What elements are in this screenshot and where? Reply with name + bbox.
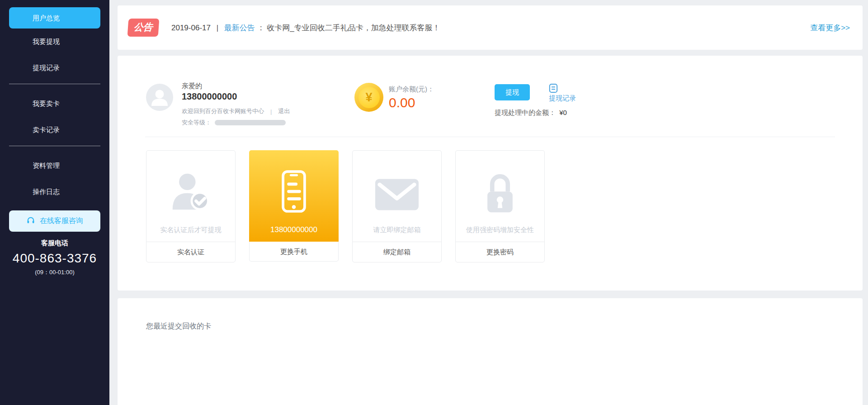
sidebar-item-sell-records[interactable]: 卖卡记录: [0, 117, 109, 143]
sidebar-item-sell-card[interactable]: 我要卖卡: [0, 91, 109, 117]
headset-icon: [26, 216, 35, 227]
security-level-label: 安全等级：: [182, 119, 211, 127]
card-footer-label[interactable]: 更换密码: [456, 242, 544, 262]
service-phone-label: 客服电话: [0, 239, 109, 248]
balance-amount: 0.00: [389, 95, 434, 110]
account-overview-panel: 亲爱的 13800000000 欢迎回到百分百收卡网账号中心 | 退出 安全等级…: [118, 56, 863, 291]
sidebar-item-user-overview[interactable]: 用户总览: [9, 7, 100, 29]
card-bind-email[interactable]: 请立即绑定邮箱 绑定邮箱: [352, 150, 442, 262]
sidebar-item-withdraw[interactable]: 我要提现: [0, 29, 109, 55]
withdraw-block: 提现 提现记录 提现处理中的金额： ¥0: [495, 84, 576, 117]
view-more-link[interactable]: 查看更多>>: [810, 23, 850, 33]
card-caption: 请立即绑定邮箱: [353, 226, 441, 234]
recent-cards-panel: 您最近提交回收的卡: [118, 298, 863, 405]
service-phone-number: 400-863-3376: [0, 251, 109, 266]
announcement-bar: 公告 2019-06-17 | 最新公告 ： 收卡网_专业回收二手礼品卡，加急处…: [118, 5, 863, 50]
service-phone-hours: (09：00-01:00): [0, 268, 109, 276]
card-real-name-auth[interactable]: 实名认证后才可提现 实名认证: [146, 150, 236, 262]
envelope-icon: [353, 179, 441, 210]
announcement-badge: 公告: [127, 19, 160, 37]
record-icon: [549, 83, 558, 94]
card-caption: 使用强密码增加安全性: [456, 226, 544, 234]
greeting-block: 亲爱的 13800000000 欢迎回到百分百收卡网账号中心 | 退出 安全等级…: [182, 82, 290, 127]
card-footer-label[interactable]: 绑定邮箱: [353, 242, 441, 262]
card-caption: 13800000000: [249, 225, 339, 234]
card-footer-label[interactable]: 实名认证: [146, 242, 235, 262]
balance-block: ¥ 账户余额(元)： 0.00: [354, 83, 434, 112]
yen-symbol: ¥: [359, 87, 380, 108]
logout-link[interactable]: 退出: [278, 107, 290, 115]
processing-amount-label: 提现处理中的金额：: [495, 109, 556, 116]
announcement-colon: ：: [257, 24, 265, 32]
card-change-password[interactable]: 使用强密码增加安全性 更换密码: [455, 150, 545, 262]
lock-icon: [456, 172, 544, 216]
announcement-text: 2019-06-17 | 最新公告 ： 收卡网_专业回收二手礼品卡，加急处理联系…: [171, 23, 440, 33]
recent-cards-title: 您最近提交回收的卡: [118, 298, 863, 331]
sidebar: 用户总览 我要提现 提现记录 我要卖卡 卖卡记录 资料管理 操作日志 在线客服咨…: [0, 0, 109, 405]
announcement-date: 2019-06-17: [171, 24, 211, 32]
card-change-phone[interactable]: 13800000000 更换手机: [249, 150, 339, 262]
card-footer-label[interactable]: 更换手机: [249, 242, 339, 262]
user-check-icon: [146, 170, 235, 213]
withdraw-record-label: 提现记录: [549, 94, 576, 103]
security-progress-bar: [215, 120, 286, 125]
user-icon: [146, 105, 173, 111]
service-phone-block: 客服电话 400-863-3376 (09：00-01:00): [0, 239, 109, 276]
announcement-pipe: |: [217, 24, 218, 32]
sidebar-item-profile[interactable]: 资料管理: [0, 152, 109, 179]
user-phone-number: 13800000000: [182, 91, 290, 102]
announcement-message: 收卡网_专业回收二手礼品卡，加急处理联系客服！: [267, 24, 440, 32]
online-service-label: 在线客服咨询: [40, 216, 83, 226]
processing-amount-value: ¥0: [559, 109, 567, 116]
card-caption: 实名认证后才可提现: [146, 226, 235, 234]
phone-icon: [249, 169, 339, 214]
balance-label: 账户余额(元)：: [389, 85, 434, 94]
withdraw-record-link[interactable]: 提现记录: [549, 83, 576, 103]
sidebar-item-operation-log[interactable]: 操作日志: [0, 179, 109, 205]
sidebar-divider: [9, 146, 100, 146]
coin-icon: ¥: [354, 83, 383, 112]
welcome-separator: |: [270, 108, 272, 115]
user-summary-row: 亲爱的 13800000000 欢迎回到百分百收卡网账号中心 | 退出 安全等级…: [145, 56, 835, 137]
sidebar-divider: [9, 84, 100, 84]
withdraw-button[interactable]: 提现: [495, 84, 530, 100]
announcement-latest-label[interactable]: 最新公告: [224, 24, 255, 32]
greeting-text: 亲爱的: [182, 82, 290, 91]
welcome-text: 欢迎回到百分百收卡网账号中心: [182, 107, 264, 115]
account-action-cards: 实名认证后才可提现 实名认证 13800000000 更换手: [146, 150, 545, 262]
avatar: [146, 84, 173, 111]
sidebar-item-withdraw-records[interactable]: 提现记录: [0, 55, 109, 81]
online-service-button[interactable]: 在线客服咨询: [9, 210, 100, 232]
